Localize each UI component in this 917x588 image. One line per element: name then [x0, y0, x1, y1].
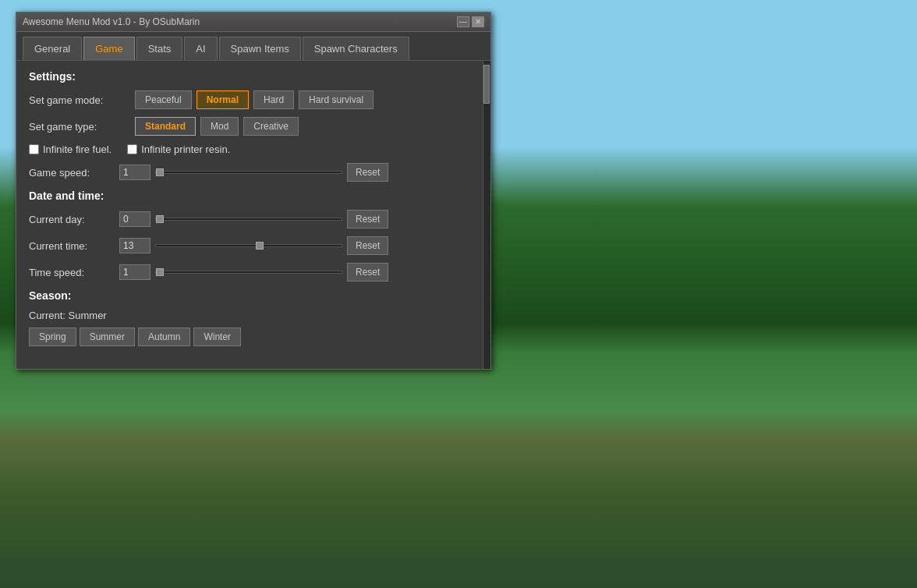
time-speed-input[interactable] [119, 264, 150, 280]
fire-fuel-checkbox-container[interactable]: Infinite fire fuel. [29, 143, 112, 155]
current-time-slider-track [155, 244, 342, 247]
current-day-slider-track [155, 218, 342, 221]
season-summer-button[interactable]: Summer [80, 328, 135, 346]
scroll-area: Settings: Set game mode: Peaceful Normal… [16, 61, 490, 369]
tab-game[interactable]: Game [83, 37, 134, 60]
type-creative-button[interactable]: Creative [243, 117, 299, 136]
printer-resin-checkbox-container[interactable]: Infinite printer resin. [127, 143, 230, 155]
mode-hard-button[interactable]: Hard [253, 90, 294, 109]
game-type-label: Set game type: [29, 121, 130, 133]
game-speed-slider-track [155, 171, 342, 174]
game-speed-slider-thumb[interactable] [156, 168, 164, 176]
time-speed-slider-thumb[interactable] [156, 268, 164, 276]
game-type-row: Set game type: Standard Mod Creative [29, 117, 478, 136]
type-standard-button[interactable]: Standard [135, 117, 196, 136]
time-speed-row: Time speed: Reset [29, 263, 478, 282]
season-current: Current: Summer [29, 310, 478, 321]
mode-peaceful-button[interactable]: Peaceful [135, 90, 192, 109]
nav-tabs: General Game Stats AI Spawn Items Spawn … [16, 32, 490, 61]
current-day-row: Current day: Reset [29, 210, 478, 228]
time-speed-label: Time speed: [29, 267, 115, 278]
current-time-input[interactable] [119, 238, 150, 253]
game-mode-label: Set game mode: [29, 94, 130, 106]
scrollbar[interactable] [483, 61, 490, 369]
scroll-thumb[interactable] [483, 65, 490, 104]
current-time-row: Current time: Reset [29, 236, 478, 255]
window-title: Awesome Menu Mod v1.0 - By OSubMarin [23, 16, 200, 27]
time-speed-slider-track [155, 271, 342, 274]
fire-fuel-label: Infinite fire fuel. [43, 143, 112, 155]
tab-spawn-characters[interactable]: Spawn Characters [303, 37, 409, 60]
printer-resin-checkbox[interactable] [127, 144, 137, 154]
season-autumn-button[interactable]: Autumn [138, 328, 190, 346]
current-day-label: Current day: [29, 214, 115, 225]
close-button[interactable]: ✕ [472, 16, 484, 27]
title-controls: — ✕ [457, 16, 484, 27]
checkboxes-row: Infinite fire fuel. Infinite printer res… [29, 143, 478, 155]
time-speed-reset-button[interactable]: Reset [347, 263, 388, 282]
tab-general[interactable]: General [23, 37, 82, 60]
tab-spawn-items[interactable]: Spawn Items [219, 37, 301, 60]
game-speed-reset-button[interactable]: Reset [347, 163, 388, 182]
main-window: Awesome Menu Mod v1.0 - By OSubMarin — ✕… [16, 12, 491, 370]
game-speed-label: Game speed: [29, 167, 115, 179]
current-time-label: Current time: [29, 240, 115, 252]
mode-normal-button[interactable]: Normal [196, 90, 249, 109]
content-area: Settings: Set game mode: Peaceful Normal… [16, 61, 490, 369]
game-speed-input[interactable] [119, 165, 150, 180]
tab-ai[interactable]: AI [184, 37, 217, 60]
game-speed-row: Game speed: Reset [29, 163, 478, 182]
title-bar: Awesome Menu Mod v1.0 - By OSubMarin — ✕ [16, 12, 490, 32]
game-mode-row: Set game mode: Peaceful Normal Hard Hard… [29, 90, 478, 109]
date-time-section-title: Date and time: [29, 190, 478, 202]
current-time-slider-thumb[interactable] [256, 242, 264, 250]
settings-section-title: Settings: [29, 70, 478, 83]
season-spring-button[interactable]: Spring [29, 328, 76, 346]
printer-resin-label: Infinite printer resin. [141, 143, 230, 155]
type-mod-button[interactable]: Mod [200, 117, 239, 136]
current-time-reset-button[interactable]: Reset [347, 236, 388, 255]
current-day-input[interactable] [119, 211, 150, 227]
season-winter-button[interactable]: Winter [193, 328, 241, 346]
fire-fuel-checkbox[interactable] [29, 144, 39, 154]
mode-hard-survival-button[interactable]: Hard survival [299, 90, 374, 109]
current-day-reset-button[interactable]: Reset [347, 210, 388, 228]
minimize-button[interactable]: — [457, 16, 469, 27]
season-buttons-row: Spring Summer Autumn Winter [29, 328, 478, 346]
current-day-slider-thumb[interactable] [156, 215, 164, 223]
season-section-title: Season: [29, 289, 478, 302]
tab-stats[interactable]: Stats [136, 37, 183, 60]
